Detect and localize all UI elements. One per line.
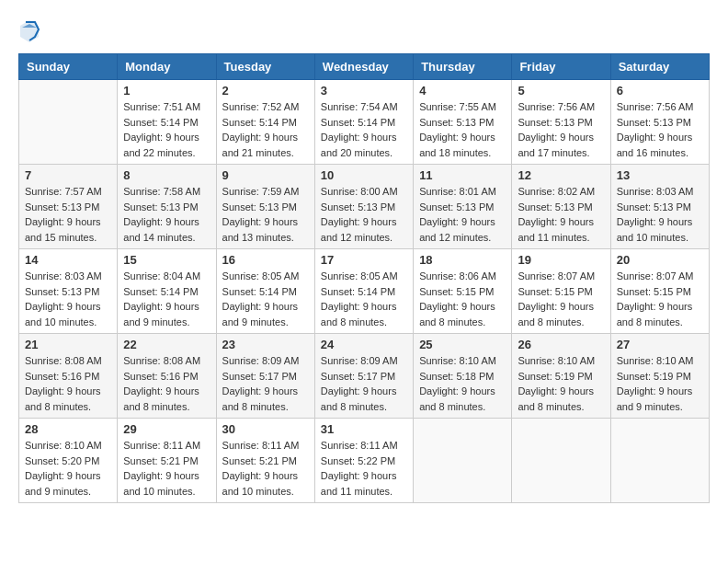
weekday-header: Thursday [414,54,512,80]
page-header [18,18,710,44]
day-number: 26 [518,338,604,351]
calendar-cell: 15Sunrise: 8:04 AM Sunset: 5:14 PM Dayli… [118,249,216,334]
calendar-body: 1Sunrise: 7:51 AM Sunset: 5:14 PM Daylig… [19,80,710,503]
calendar-cell: 16Sunrise: 8:05 AM Sunset: 5:14 PM Dayli… [216,249,314,334]
weekday-row: SundayMondayTuesdayWednesdayThursdayFrid… [19,54,710,80]
calendar-cell: 31Sunrise: 8:11 AM Sunset: 5:22 PM Dayli… [314,419,413,503]
calendar-cell: 18Sunrise: 8:06 AM Sunset: 5:15 PM Dayli… [414,249,512,334]
calendar-cell: 9Sunrise: 7:59 AM Sunset: 5:13 PM Daylig… [216,165,314,249]
day-info: Sunrise: 8:03 AM Sunset: 5:13 PM Dayligh… [617,184,703,245]
weekday-header: Tuesday [216,54,314,80]
day-info: Sunrise: 8:05 AM Sunset: 5:14 PM Dayligh… [321,269,407,329]
calendar-header: SundayMondayTuesdayWednesdayThursdayFrid… [19,54,710,80]
calendar-cell: 12Sunrise: 8:02 AM Sunset: 5:13 PM Dayli… [512,165,610,249]
day-number: 25 [419,338,506,351]
calendar-cell: 22Sunrise: 8:08 AM Sunset: 5:16 PM Dayli… [118,334,216,419]
day-number: 3 [321,84,407,98]
day-number: 24 [321,338,407,351]
calendar-cell: 27Sunrise: 8:10 AM Sunset: 5:19 PM Dayli… [610,334,709,419]
day-info: Sunrise: 8:03 AM Sunset: 5:13 PM Dayligh… [25,269,111,329]
calendar-week-row: 28Sunrise: 8:10 AM Sunset: 5:20 PM Dayli… [19,419,710,503]
calendar-cell: 29Sunrise: 8:11 AM Sunset: 5:21 PM Dayli… [118,419,216,503]
day-number: 8 [123,168,210,182]
calendar-week-row: 7Sunrise: 7:57 AM Sunset: 5:13 PM Daylig… [19,165,710,249]
day-info: Sunrise: 8:11 AM Sunset: 5:22 PM Dayligh… [321,438,407,499]
calendar-cell [610,419,709,503]
day-info: Sunrise: 8:10 AM Sunset: 5:20 PM Dayligh… [25,438,111,499]
day-number: 11 [419,168,506,182]
day-number: 19 [518,253,604,267]
day-number: 6 [617,84,703,98]
day-info: Sunrise: 7:58 AM Sunset: 5:13 PM Dayligh… [123,184,210,245]
day-number: 21 [25,338,111,351]
weekday-header: Friday [512,54,610,80]
weekday-header: Wednesday [314,54,413,80]
calendar-cell: 6Sunrise: 7:56 AM Sunset: 5:13 PM Daylig… [610,80,709,165]
day-info: Sunrise: 8:07 AM Sunset: 5:15 PM Dayligh… [518,269,604,329]
day-info: Sunrise: 8:07 AM Sunset: 5:15 PM Dayligh… [617,269,703,329]
day-info: Sunrise: 8:05 AM Sunset: 5:14 PM Dayligh… [222,269,309,329]
calendar-cell: 17Sunrise: 8:05 AM Sunset: 5:14 PM Dayli… [314,249,413,334]
day-number: 31 [321,422,407,436]
day-number: 13 [617,168,703,182]
calendar-cell: 28Sunrise: 8:10 AM Sunset: 5:20 PM Dayli… [19,419,118,503]
calendar-cell: 11Sunrise: 8:01 AM Sunset: 5:13 PM Dayli… [414,165,512,249]
logo-icon [18,18,40,44]
day-number: 22 [123,338,210,351]
day-number: 27 [617,338,703,351]
calendar-week-row: 21Sunrise: 8:08 AM Sunset: 5:16 PM Dayli… [19,334,710,419]
day-number: 17 [321,253,407,267]
day-number: 15 [123,253,210,267]
day-number: 23 [222,338,309,351]
day-info: Sunrise: 7:52 AM Sunset: 5:14 PM Dayligh… [222,99,309,160]
calendar-cell: 10Sunrise: 8:00 AM Sunset: 5:13 PM Dayli… [314,165,413,249]
day-number: 16 [222,253,309,267]
calendar-cell: 8Sunrise: 7:58 AM Sunset: 5:13 PM Daylig… [118,165,216,249]
day-number: 2 [222,84,309,98]
day-info: Sunrise: 8:02 AM Sunset: 5:13 PM Dayligh… [518,184,604,245]
calendar-cell: 26Sunrise: 8:10 AM Sunset: 5:19 PM Dayli… [512,334,610,419]
calendar-week-row: 14Sunrise: 8:03 AM Sunset: 5:13 PM Dayli… [19,249,710,334]
weekday-header: Sunday [19,54,118,80]
calendar-cell [414,419,512,503]
day-info: Sunrise: 7:56 AM Sunset: 5:13 PM Dayligh… [518,99,604,160]
calendar-cell: 30Sunrise: 8:11 AM Sunset: 5:21 PM Dayli… [216,419,314,503]
day-info: Sunrise: 7:51 AM Sunset: 5:14 PM Dayligh… [123,99,210,160]
calendar-week-row: 1Sunrise: 7:51 AM Sunset: 5:14 PM Daylig… [19,80,710,165]
calendar-cell: 4Sunrise: 7:55 AM Sunset: 5:13 PM Daylig… [414,80,512,165]
day-number: 12 [518,168,604,182]
day-number: 7 [25,168,111,182]
calendar-cell: 21Sunrise: 8:08 AM Sunset: 5:16 PM Dayli… [19,334,118,419]
calendar-cell: 25Sunrise: 8:10 AM Sunset: 5:18 PM Dayli… [414,334,512,419]
logo[interactable] [18,18,44,44]
calendar-cell [19,80,118,165]
day-info: Sunrise: 8:09 AM Sunset: 5:17 PM Dayligh… [321,353,407,414]
day-info: Sunrise: 8:01 AM Sunset: 5:13 PM Dayligh… [419,184,506,245]
calendar-cell: 14Sunrise: 8:03 AM Sunset: 5:13 PM Dayli… [19,249,118,334]
day-info: Sunrise: 7:54 AM Sunset: 5:14 PM Dayligh… [321,99,407,160]
calendar-cell: 19Sunrise: 8:07 AM Sunset: 5:15 PM Dayli… [512,249,610,334]
day-info: Sunrise: 8:04 AM Sunset: 5:14 PM Dayligh… [123,269,210,329]
weekday-header: Monday [118,54,216,80]
day-number: 28 [25,422,111,436]
day-info: Sunrise: 8:06 AM Sunset: 5:15 PM Dayligh… [419,269,506,329]
day-number: 14 [25,253,111,267]
day-info: Sunrise: 8:10 AM Sunset: 5:19 PM Dayligh… [617,353,703,414]
day-info: Sunrise: 8:00 AM Sunset: 5:13 PM Dayligh… [321,184,407,245]
day-info: Sunrise: 8:11 AM Sunset: 5:21 PM Dayligh… [123,438,210,499]
day-number: 18 [419,253,506,267]
day-number: 30 [222,422,309,436]
calendar-cell: 1Sunrise: 7:51 AM Sunset: 5:14 PM Daylig… [118,80,216,165]
calendar-cell: 7Sunrise: 7:57 AM Sunset: 5:13 PM Daylig… [19,165,118,249]
day-info: Sunrise: 8:08 AM Sunset: 5:16 PM Dayligh… [25,353,111,414]
day-info: Sunrise: 7:55 AM Sunset: 5:13 PM Dayligh… [419,99,506,160]
day-info: Sunrise: 8:09 AM Sunset: 5:17 PM Dayligh… [222,353,309,414]
day-number: 1 [123,84,210,98]
calendar-cell: 13Sunrise: 8:03 AM Sunset: 5:13 PM Dayli… [610,165,709,249]
day-info: Sunrise: 8:11 AM Sunset: 5:21 PM Dayligh… [222,438,309,499]
day-info: Sunrise: 7:56 AM Sunset: 5:13 PM Dayligh… [617,99,703,160]
day-number: 10 [321,168,407,182]
calendar-cell: 3Sunrise: 7:54 AM Sunset: 5:14 PM Daylig… [314,80,413,165]
day-info: Sunrise: 8:08 AM Sunset: 5:16 PM Dayligh… [123,353,210,414]
calendar-cell [512,419,610,503]
